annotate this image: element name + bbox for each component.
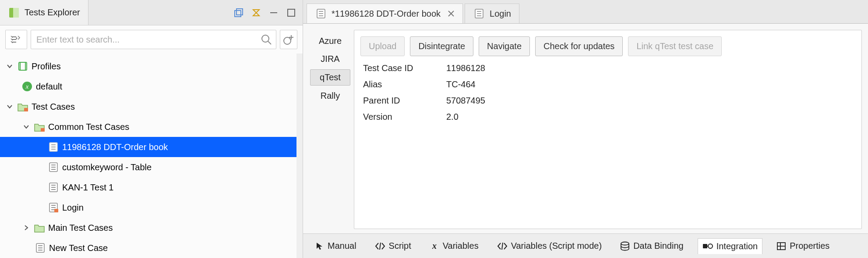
tab-manual[interactable]: Manual	[311, 238, 361, 254]
folder-icon	[33, 121, 46, 133]
filter-toggle[interactable]	[5, 30, 27, 49]
tab-variables[interactable]: x Variables	[425, 238, 483, 254]
field-value: TC-464	[446, 79, 855, 90]
testcase-icon	[473, 7, 485, 20]
variable-icon: x	[430, 242, 439, 251]
check-updates-button[interactable]: Check for updates	[535, 36, 623, 56]
svg-marker-7	[16, 37, 18, 39]
testcase-icon	[47, 161, 60, 173]
disintegrate-button[interactable]: Disintegrate	[410, 36, 473, 56]
tree-label: Login	[62, 203, 84, 213]
testcase-icon	[315, 7, 327, 20]
tab-variables-script[interactable]: Variables (Script mode)	[493, 238, 606, 254]
close-icon[interactable]	[448, 10, 455, 17]
tree-label: Test Cases	[32, 102, 75, 112]
tab-data-binding[interactable]: Data Binding	[616, 238, 688, 254]
tab-label: Variables (Script mode)	[511, 241, 602, 251]
svg-rect-55	[703, 244, 707, 248]
tree-scroll[interactable]: Profiles x default Test Cases	[0, 54, 296, 258]
tree-new-testcase[interactable]: New Test Case	[0, 238, 296, 258]
navigate-button[interactable]: Navigate	[479, 36, 530, 56]
tab-integration[interactable]: Integration	[698, 238, 763, 254]
tree-main[interactable]: Main Test Cases	[0, 218, 296, 238]
tests-explorer-panel: Tests Explorer	[0, 0, 303, 258]
field-label: Test Case ID	[363, 63, 438, 73]
tree-common[interactable]: Common Test Cases	[0, 117, 296, 137]
link-editor-icon[interactable]	[250, 7, 262, 19]
tab-label: Integration	[716, 241, 758, 251]
button-row: Upload Disintegrate Navigate Check for u…	[360, 36, 855, 56]
saved-search-button[interactable]	[280, 30, 297, 49]
explorer-toolbar	[233, 7, 303, 19]
tree-item-kan1[interactable]: KAN-1 Test 1	[0, 177, 296, 197]
svg-rect-1	[13, 8, 19, 18]
svg-rect-18	[24, 108, 28, 111]
field-value: 57087495	[446, 96, 855, 106]
svg-rect-19	[41, 128, 45, 132]
tree-label: 11986128 DDT-Order book	[62, 142, 168, 152]
upload-button[interactable]: Upload	[360, 36, 405, 56]
svg-point-8	[262, 35, 269, 42]
svg-text:x: x	[432, 242, 437, 251]
chevron-right-icon	[22, 223, 31, 232]
svg-point-54	[621, 242, 629, 245]
collapse-all-icon[interactable]	[233, 7, 245, 19]
editor-tab-active[interactable]: *11986128 DDT-Order book	[307, 4, 463, 23]
integration-content: Upload Disintegrate Navigate Check for u…	[354, 30, 862, 229]
svg-rect-3	[236, 9, 243, 15]
editor-tab-inactive[interactable]: Login	[465, 4, 519, 23]
tab-label: Manual	[328, 241, 356, 251]
tree-item-customkeyword[interactable]: customkeyword - Table	[0, 157, 296, 177]
explorer-tab[interactable]: Tests Explorer	[0, 0, 88, 25]
link-qtest-button[interactable]: Link qTest test case	[628, 36, 722, 56]
grid-icon	[776, 242, 786, 251]
tree-testcases[interactable]: Test Cases	[0, 97, 296, 117]
svg-rect-15	[20, 62, 25, 70]
tab-label: Properties	[790, 241, 829, 251]
integration-tab-jira[interactable]: JIRA	[310, 51, 350, 67]
maximize-icon[interactable]	[285, 7, 297, 19]
svg-line-51	[380, 243, 381, 250]
tree-item-login[interactable]: Login	[0, 197, 296, 218]
tree-profiles[interactable]: Profiles	[0, 56, 296, 76]
editor-panel: *11986128 DDT-Order book Login Azure JIR…	[303, 0, 868, 258]
svg-line-9	[268, 41, 271, 44]
integration-tab-qtest[interactable]: qTest	[310, 69, 350, 86]
tab-properties[interactable]: Properties	[772, 238, 834, 254]
minimize-icon[interactable]	[268, 7, 280, 19]
svg-rect-2	[235, 11, 241, 17]
integration-tabs: Azure JIRA qTest Rally	[303, 24, 354, 233]
search-icon[interactable]	[261, 34, 272, 45]
editor-tab-label: Login	[490, 9, 511, 19]
tree-label: Main Test Cases	[48, 223, 113, 233]
tab-label: Variables	[443, 241, 479, 251]
testcase-icon	[47, 181, 60, 194]
folder-testcases-icon	[17, 100, 29, 113]
tree-profile-default[interactable]: x default	[0, 76, 296, 97]
svg-rect-5	[288, 9, 295, 16]
tree-label: default	[36, 82, 62, 92]
search-input[interactable]	[31, 30, 276, 49]
database-icon	[620, 241, 630, 251]
tree-item-orderbook[interactable]: 11986128 DDT-Order book	[0, 137, 296, 157]
tab-label: Script	[389, 241, 411, 251]
tree-scrollbar[interactable]	[296, 54, 303, 258]
integration-tab-rally[interactable]: Rally	[310, 88, 350, 104]
field-value: 2.0	[446, 112, 855, 122]
search-bar	[0, 25, 303, 54]
tree-label: customkeyword - Table	[62, 162, 152, 172]
svg-rect-36	[54, 209, 58, 212]
svg-text:x: x	[25, 83, 29, 90]
tab-script[interactable]: Script	[370, 238, 416, 254]
testcase-icon	[34, 242, 46, 254]
explorer-title: Tests Explorer	[25, 7, 80, 18]
tree-label: New Test Case	[49, 243, 108, 253]
integration-tab-azure[interactable]: Azure	[310, 33, 350, 49]
svg-point-56	[708, 244, 713, 248]
cursor-icon	[315, 242, 324, 251]
svg-rect-4	[270, 12, 277, 13]
field-label: Parent ID	[363, 96, 438, 106]
fields-grid: Test Case ID 11986128 Alias TC-464 Paren…	[363, 63, 855, 122]
chevron-down-icon	[5, 62, 14, 71]
explorer-header: Tests Explorer	[0, 0, 303, 25]
